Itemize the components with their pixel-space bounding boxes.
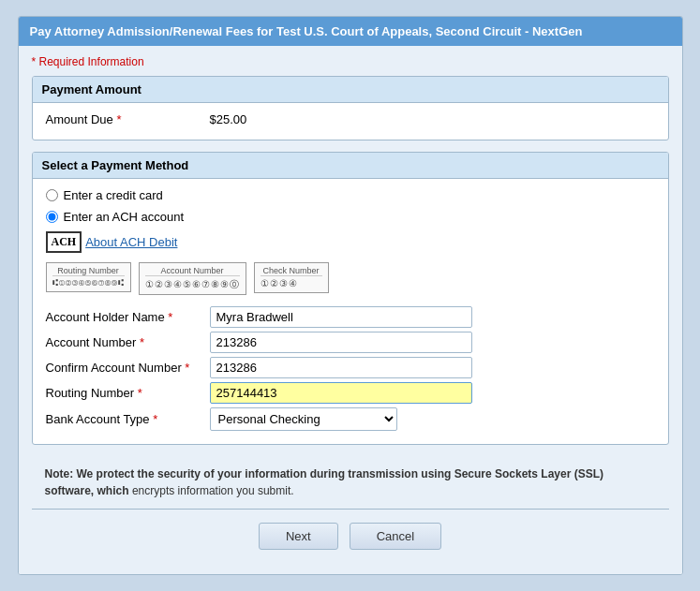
ach-box-label: ACH	[46, 231, 82, 253]
note-bold: Note: We protect the security of your in…	[45, 467, 604, 497]
bank-account-type-select[interactable]: Personal Checking Business Checking Pers…	[210, 407, 397, 431]
account-number-input[interactable]	[210, 332, 472, 353]
account-number-diagram-box: Account Number ①②③④⑤⑥⑦⑧⑨⓪	[139, 262, 246, 295]
credit-card-radio-row: Enter a credit card	[46, 188, 655, 202]
payment-method-header: Select a Payment Method	[33, 153, 668, 179]
bank-account-type-row: Bank Account Type * Personal Checking Bu…	[46, 407, 655, 431]
routing-diagram-label: Routing Number	[52, 266, 125, 276]
account-diagram-numbers: ①②③④⑤⑥⑦⑧⑨⓪	[145, 278, 240, 291]
account-holder-input[interactable]	[210, 306, 472, 328]
payment-amount-section: Payment Amount Amount Due * $25.00	[32, 76, 669, 140]
amount-due-value: $25.00	[210, 112, 247, 126]
account-diagram-label: Account Number	[145, 266, 240, 276]
account-holder-label: Account Holder Name *	[46, 310, 210, 324]
credit-card-label[interactable]: Enter a credit card	[64, 188, 163, 202]
bank-account-type-label: Bank Account Type *	[46, 412, 210, 426]
credit-card-radio[interactable]	[46, 189, 58, 201]
ach-radio-row: Enter an ACH account	[46, 210, 655, 224]
button-row: Next Cancel	[32, 510, 669, 565]
routing-diagram-numbers: ⑆①②③④⑤⑥⑦⑧⑨⑆	[52, 278, 125, 288]
routing-number-row: Routing Number *	[46, 382, 655, 404]
next-button[interactable]: Next	[259, 523, 338, 550]
confirm-account-row: Confirm Account Number *	[46, 357, 655, 378]
routing-number-input[interactable]	[210, 382, 472, 404]
payment-amount-header: Payment Amount	[33, 77, 668, 103]
confirm-account-input[interactable]	[210, 357, 472, 378]
main-container: Pay Attorney Admission/Renewal Fees for …	[18, 16, 683, 575]
account-holder-row: Account Holder Name *	[46, 306, 655, 328]
routing-number-label: Routing Number *	[46, 386, 210, 400]
payment-method-body: Enter a credit card Enter an ACH account…	[33, 179, 668, 444]
account-number-label: Account Number *	[46, 335, 210, 349]
about-ach-link[interactable]: About ACH Debit	[85, 235, 177, 249]
cancel-button[interactable]: Cancel	[350, 523, 441, 550]
ach-link-row: ACH About ACH Debit	[46, 231, 655, 253]
amount-due-row: Amount Due * $25.00	[46, 112, 655, 126]
check-number-diagram-numbers: ①②③④	[261, 278, 322, 289]
page-title: Pay Attorney Admission/Renewal Fees for …	[30, 24, 583, 38]
ach-account-label[interactable]: Enter an ACH account	[64, 210, 185, 224]
check-diagram: Routing Number ⑆①②③④⑤⑥⑦⑧⑨⑆ Account Numbe…	[46, 262, 655, 295]
ach-account-radio[interactable]	[46, 211, 58, 223]
title-bar: Pay Attorney Admission/Renewal Fees for …	[19, 17, 682, 46]
account-number-row: Account Number *	[46, 332, 655, 353]
payment-method-section: Select a Payment Method Enter a credit c…	[32, 152, 669, 445]
required-info-label: * Required Information	[32, 55, 669, 68]
note-section: Note: We protect the security of your in…	[32, 456, 669, 509]
content-area: * Required Information Payment Amount Am…	[19, 46, 682, 574]
note-normal: encrypts information you submit.	[132, 484, 294, 497]
payment-amount-body: Amount Due * $25.00	[33, 103, 668, 140]
confirm-account-label: Confirm Account Number *	[46, 361, 210, 375]
routing-number-diagram-box: Routing Number ⑆①②③④⑤⑥⑦⑧⑨⑆	[46, 262, 131, 292]
check-number-diagram-box: Check Number ①②③④	[254, 262, 329, 293]
amount-due-label: Amount Due *	[46, 112, 210, 126]
check-number-diagram-label: Check Number	[261, 266, 322, 276]
